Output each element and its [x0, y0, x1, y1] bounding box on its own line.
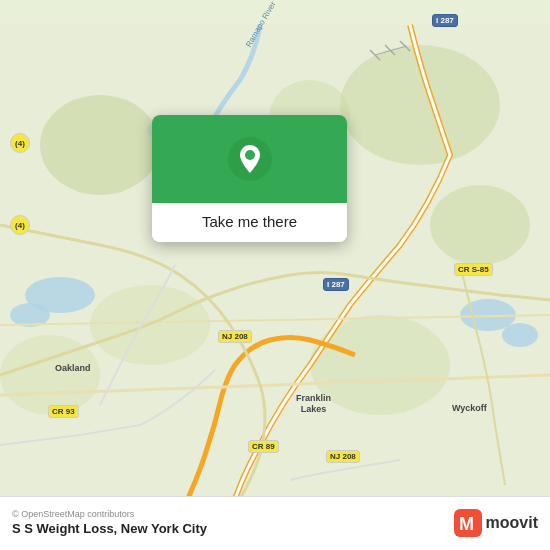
take-me-there-button[interactable]: Take me there	[166, 213, 333, 230]
road-badge-nj208-2: NJ 208	[326, 450, 360, 463]
bottom-bar: © OpenStreetMap contributors S S Weight …	[0, 496, 550, 550]
card-button-section[interactable]: Take me there	[152, 203, 347, 242]
road-badge-cr89: CR 89	[248, 440, 279, 453]
bottom-bar-left: © OpenStreetMap contributors S S Weight …	[12, 509, 207, 536]
attribution-text: © OpenStreetMap contributors	[12, 509, 207, 519]
place-name-text: S S Weight Loss, New York City	[12, 521, 207, 536]
moovit-brand-text: moovit	[486, 514, 538, 532]
road-badge-cr93: CR 93	[48, 405, 79, 418]
road-badge-rt4-bot: (4)	[10, 215, 30, 235]
moovit-logo: M moovit	[454, 509, 538, 537]
road-badge-rt4-top: (4)	[10, 133, 30, 153]
place-label-franklin-lakes: Franklin Lakes	[296, 382, 331, 414]
moovit-icon: M	[454, 509, 482, 537]
place-label-oakland: Oakland	[55, 363, 91, 373]
road-badge-nj208-1: NJ 208	[218, 330, 252, 343]
location-pin-icon	[228, 137, 272, 181]
road-badge-cr-s85: CR S-85	[454, 263, 493, 276]
card-green-header	[152, 115, 347, 203]
map-container: I 287 I 287 NJ 208 NJ 208 CR 89 CR 93 CR…	[0, 0, 550, 550]
place-label-wyckoff: Wyckoff	[452, 403, 487, 413]
svg-point-7	[40, 95, 160, 195]
svg-text:M: M	[459, 514, 474, 534]
map-card: Take me there	[152, 115, 347, 242]
svg-point-4	[502, 323, 538, 347]
road-badge-i287-top: I 287	[432, 14, 458, 27]
svg-point-21	[245, 150, 255, 160]
road-badge-i287-mid: I 287	[323, 278, 349, 291]
svg-point-9	[430, 185, 530, 265]
